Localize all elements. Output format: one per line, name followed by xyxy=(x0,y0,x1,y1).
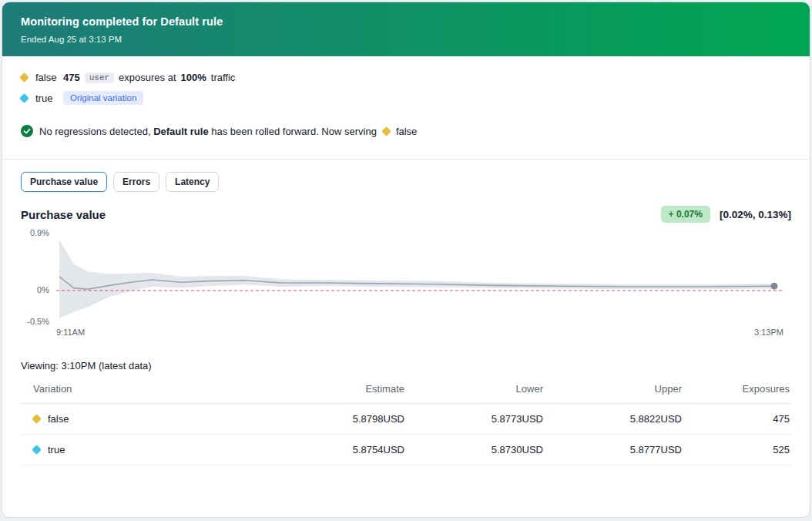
viewing-timestamp: Viewing: 3:10PM (latest data) xyxy=(21,360,791,371)
traffic-percent: 100% xyxy=(181,72,206,83)
variation-name: true xyxy=(35,92,63,104)
original-variation-badge: Original variation xyxy=(63,91,143,105)
variation-true-diamond-icon xyxy=(32,445,42,455)
variation-true-diamond-icon xyxy=(19,93,29,103)
row-exposures: 525 xyxy=(683,435,791,466)
serving-variation-diamond-icon xyxy=(381,126,391,136)
row-estimate: 5.8754USD xyxy=(267,435,406,466)
column-header-estimate: Estimate xyxy=(267,375,406,404)
x-axis-end-label: 3:13PM xyxy=(754,328,783,337)
column-header-exposures: Exposures xyxy=(683,375,791,404)
exposure-count: 475 xyxy=(63,72,80,83)
row-variation-name: true xyxy=(48,444,65,455)
legend-row-false: false 475 user exposures at 100% traffic xyxy=(21,72,791,83)
summary-section: false 475 user exposures at 100% traffic… xyxy=(2,56,810,159)
banner-rule-name: Default rule xyxy=(160,15,223,28)
row-upper: 5.8822USD xyxy=(545,404,683,435)
status-row: No regressions detected, Default rule ha… xyxy=(21,125,791,137)
results-table: Variation Estimate Lower Upper Exposures… xyxy=(21,375,791,466)
metrics-section: Purchase value Errors Latency Purchase v… xyxy=(2,160,810,466)
column-header-upper: Upper xyxy=(545,375,683,404)
table-row: false 5.8798USD 5.8773USD 5.8822USD 475 xyxy=(21,404,791,435)
status-rule-name: Default rule xyxy=(153,126,209,137)
confidence-interval: [0.02%, 0.13%] xyxy=(720,209,791,220)
row-lower: 5.8730USD xyxy=(406,435,545,466)
x-axis-start-label: 9:11AM xyxy=(56,328,85,337)
tab-purchase-value[interactable]: Purchase value xyxy=(21,172,107,192)
legend-row-true: true Original variation xyxy=(21,91,791,105)
y-axis-tick-label: 0% xyxy=(37,285,49,294)
table-header-row: Variation Estimate Lower Upper Exposures xyxy=(21,375,791,404)
row-exposures: 475 xyxy=(683,404,791,435)
table-row: true 5.8754USD 5.8730USD 5.8777USD 525 xyxy=(21,435,791,466)
x-axis-labels: 9:11AM 3:13PM xyxy=(56,328,783,337)
status-prefix: No regressions detected, xyxy=(39,126,153,137)
metric-tabs: Purchase value Errors Latency xyxy=(21,172,791,192)
status-text: No regressions detected, Default rule ha… xyxy=(39,126,377,137)
tab-errors[interactable]: Errors xyxy=(113,172,159,192)
row-variation-name: false xyxy=(48,413,69,425)
variation-false-diamond-icon xyxy=(19,72,29,82)
y-axis-tick-label: 0.9% xyxy=(30,228,49,237)
metric-title: Purchase value xyxy=(21,208,106,221)
delta-badge: + 0.07% xyxy=(661,206,710,223)
traffic-text: traffic xyxy=(211,72,236,83)
variation-name: false xyxy=(35,72,63,83)
unit-badge: user xyxy=(85,72,114,83)
serving-variation-name: false xyxy=(396,126,417,137)
banner-title: Monitoring completed for Default rule xyxy=(21,15,791,28)
variation-false-diamond-icon xyxy=(32,415,42,425)
column-header-lower: Lower xyxy=(406,375,545,404)
monitoring-panel: Monitoring completed for Default rule En… xyxy=(2,2,810,518)
tab-latency[interactable]: Latency xyxy=(166,172,219,192)
y-axis-labels: 0.9%0%-0.5% xyxy=(21,234,56,322)
status-mid: has been rolled forward. Now serving xyxy=(209,126,377,137)
banner-title-prefix: Monitoring completed for xyxy=(21,15,160,28)
completion-banner: Monitoring completed for Default rule En… xyxy=(2,2,810,56)
y-axis-tick-label: -0.5% xyxy=(27,317,49,326)
banner-subtitle: Ended Aug 25 at 3:13 PM xyxy=(21,35,791,44)
trend-chart[interactable] xyxy=(56,234,783,322)
trend-chart-area: 0.9%0%-0.5% xyxy=(21,234,791,322)
check-circle-icon xyxy=(21,125,33,137)
metric-header: Purchase value + 0.07% [0.02%, 0.13%] xyxy=(21,206,791,223)
column-header-variation: Variation xyxy=(21,375,267,404)
row-upper: 5.8777USD xyxy=(545,435,683,466)
row-lower: 5.8773USD xyxy=(406,404,545,435)
row-estimate: 5.8798USD xyxy=(267,404,406,435)
exposure-text: exposures at xyxy=(119,72,176,83)
